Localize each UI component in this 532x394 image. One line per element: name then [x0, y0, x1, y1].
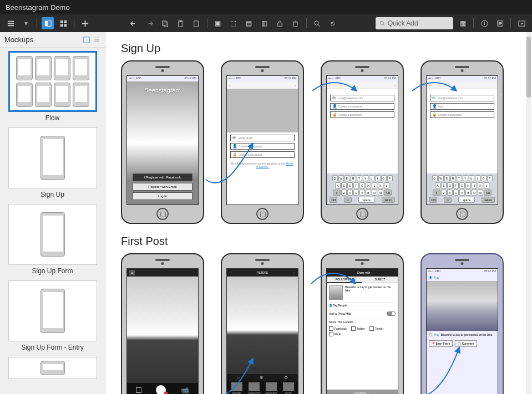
canvas[interactable]: Sign Up •••○○ ABC05:12 PM Beenstagram f … [105, 32, 532, 394]
phone-form-keyboard[interactable]: •••○○ ABC05:12 PM ‹› ✉troy@balsamiq.com … [321, 60, 404, 224]
register-facebook-button[interactable]: f Register with Facebook [133, 173, 192, 181]
send-back-icon[interactable]: ▥ [259, 17, 271, 29]
username-field[interactable]: 👤Create a username [230, 143, 295, 150]
mockup-item-signup-form[interactable]: Sign Up Form [6, 204, 99, 275]
export-icon[interactable]: ⎋ [327, 17, 339, 29]
tag-people-row[interactable]: 👤 Tag People [329, 302, 396, 308]
register-email-button[interactable]: Register with Email [133, 183, 192, 191]
section-title-firstpost: First Post [121, 235, 516, 248]
email-field[interactable]: ✉Enter email [230, 135, 295, 141]
social-facebook[interactable]: Facebook [329, 326, 347, 331]
notes-icon[interactable] [494, 17, 506, 29]
video-icon[interactable]: 📹 [181, 386, 189, 394]
copy-icon[interactable] [159, 17, 171, 29]
ungroup-icon[interactable]: ⬚ [227, 17, 240, 29]
grid-view-icon[interactable] [57, 17, 69, 29]
svg-rect-5 [64, 24, 67, 27]
comment-button[interactable]: 💬 Comment [455, 340, 477, 347]
caption-text[interactable]: Beautiful to day to get married on the l… [345, 285, 396, 300]
svg-point-12 [315, 21, 319, 25]
gallery-icon[interactable] [136, 387, 141, 393]
share-button[interactable]: SHARE → [327, 390, 398, 394]
group-icon[interactable]: ▣ [212, 17, 224, 29]
svg-rect-18 [84, 37, 90, 43]
phone-feed[interactable]: •••○○ ABC05:12 PM 👤 Troy 💬TroyBeautiful … [420, 253, 504, 394]
phone-form-empty[interactable]: •••○○ ABC05:12 PM ‹› ✉Enter email 👤Creat… [221, 60, 304, 224]
panel-toggle-icon[interactable] [42, 17, 54, 29]
filters-title: FILTERS [257, 271, 268, 274]
password-field[interactable]: 🔒Create a password [430, 111, 494, 118]
phone-landing[interactable]: •••○○ ABC05:12 PM Beenstagram f Register… [121, 60, 204, 224]
username-field[interactable]: 👤Create a username [330, 103, 394, 110]
sidebar-list-icon[interactable] [93, 36, 100, 44]
svg-rect-2 [60, 20, 63, 23]
login-button[interactable]: Log In [133, 192, 192, 200]
password-field[interactable]: 🔒Create a password [330, 111, 394, 118]
mockup-item-flow[interactable]: Flow [6, 51, 99, 122]
password-field[interactable]: 🔒Create a password [230, 151, 295, 158]
svg-point-13 [380, 21, 383, 24]
filter-preview [227, 277, 298, 374]
feed-user-header[interactable]: 👤 Troy [427, 274, 498, 281]
paste-icon[interactable] [175, 17, 187, 29]
mockup-item-signup-entry[interactable]: Sign Up Form - Entry [6, 280, 99, 351]
delete-icon[interactable] [290, 17, 302, 29]
zoom-icon[interactable] [311, 17, 323, 29]
mockup-item-next[interactable] [6, 357, 99, 379]
name-location-row[interactable]: Name This Location [329, 319, 396, 325]
lock-icon[interactable] [274, 17, 286, 29]
assets-icon[interactable]: ▦ [457, 17, 469, 29]
email-field[interactable]: ✉troy@balsamiq.com [330, 95, 394, 101]
window-title-bar: Beenstagram Demo [0, 0, 532, 14]
next-icon[interactable]: → [293, 271, 296, 274]
redo-icon[interactable] [144, 17, 156, 29]
clipboard-icon[interactable] [190, 17, 202, 29]
keyboard[interactable]: QWERTYUIOP ASDFGHJKL ⇧ZXCVBNM⌫ 123☺space… [427, 173, 498, 204]
play-icon[interactable] [515, 17, 528, 29]
mockup-list[interactable]: Flow Sign Up Sign Up Form Sign Up Form -… [0, 48, 105, 394]
undo-icon[interactable] [128, 17, 140, 29]
shutter-button[interactable] [156, 385, 166, 394]
svg-rect-3 [64, 20, 67, 23]
sidebar-view-icon[interactable] [83, 36, 90, 44]
svg-text:i: i [484, 21, 485, 26]
filter-strip[interactable]: NORMAL ESPRESSO MACHIATO LATTE [227, 381, 298, 394]
back-icon[interactable]: ← [229, 271, 232, 274]
forward-icon[interactable]: › [295, 84, 296, 87]
search-icon [379, 20, 386, 27]
info-icon[interactable]: i [478, 17, 490, 29]
tab-direct[interactable]: DIRECT [362, 277, 398, 283]
svg-rect-1 [47, 21, 51, 25]
main-toolbar: ▾ ▣ ⬚ ▤ ▥ ⎋ Quick Add ▦ i [0, 14, 532, 32]
close-icon[interactable]: ✕ [129, 270, 135, 275]
canvas-scrollbar[interactable] [526, 32, 531, 394]
quick-add-input[interactable]: Quick Add [376, 17, 453, 29]
photo-map-row[interactable]: Add to Photo Map [329, 310, 396, 317]
back-icon[interactable]: ‹ [229, 84, 230, 87]
window-title: Beenstagram Demo [6, 3, 70, 12]
feed-photo [427, 281, 498, 331]
phone-filters[interactable]: ← FILTERS → ○✻⚙ NORMAL ESPRESSO MACHIATO… [221, 253, 304, 394]
svg-rect-11 [278, 23, 282, 26]
terms-text: By clicking continue you are agreeing to… [227, 160, 298, 170]
username-field[interactable]: 👤troy [430, 103, 494, 110]
social-twitter[interactable]: Twitter [351, 326, 365, 331]
home-button-icon [456, 208, 468, 220]
phone-camera[interactable]: ✕ 📹 [121, 253, 204, 394]
mockup-item-signup[interactable]: Sign Up [6, 127, 99, 198]
add-icon[interactable] [79, 17, 91, 29]
bring-front-icon[interactable]: ▤ [243, 17, 255, 29]
phone-form-filled[interactable]: •••○○ ABC05:12 PM ← ✉troy@balsamiq.com 👤… [420, 60, 504, 224]
keyboard[interactable]: QWERTYUIOP ASDFGHJKL ⇧ZXCVBNM⌫ 123☺space… [327, 173, 398, 204]
tab-followers[interactable]: FOLLOWERS [327, 277, 362, 283]
been-there-button[interactable]: 📍 Been There [429, 340, 453, 347]
social-flickr[interactable]: Flickr [329, 332, 341, 336]
social-tumblr[interactable]: Tumblr [369, 326, 383, 331]
menu-icon[interactable] [4, 17, 17, 29]
dropdown-icon[interactable]: ▾ [20, 17, 32, 29]
email-field[interactable]: ✉troy@balsamiq.com [430, 95, 494, 101]
sidebar-header: Mockups [0, 32, 105, 48]
home-button-icon [156, 208, 169, 220]
home-button-icon [356, 208, 368, 220]
phone-share[interactable]: ←Share with FOLLOWERS DIRECT Beautiful t… [321, 253, 404, 394]
